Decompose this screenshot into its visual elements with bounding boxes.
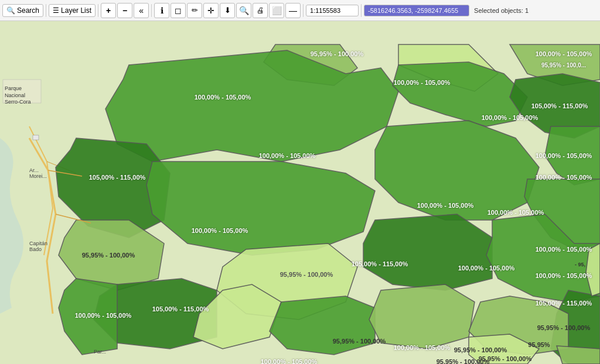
coordinates-value: -5816246.3563, -2598247.4655	[368, 7, 458, 14]
download-button[interactable]: ⬇	[220, 3, 235, 18]
separator-5	[361, 4, 362, 17]
selected-objects-info: Selected objects: 1	[474, 7, 529, 14]
layer-list-icon: ☰	[53, 6, 59, 15]
scale-value: 1:1155583	[310, 7, 340, 14]
zoom-button[interactable]: 🔍	[236, 3, 251, 18]
separator-4	[303, 4, 304, 17]
layer-list-label: Layer List	[61, 6, 91, 15]
map-svg	[0, 21, 600, 364]
add-button[interactable]: +	[101, 3, 116, 18]
scale-display: 1:1155583	[306, 5, 359, 16]
print-button[interactable]: 🖨	[253, 3, 268, 18]
toolbar: 🔍 Search ☰ Layer List + − « ℹ ◻ ✏ ✛ ⬇ 🔍 …	[0, 0, 600, 21]
separator-3	[151, 4, 152, 17]
park-label: ParqueNacionalSerro-Cora	[5, 85, 31, 106]
back-button[interactable]: «	[134, 3, 149, 18]
draw-button[interactable]: ✏	[187, 3, 202, 18]
region-bottom-center[interactable]	[270, 296, 375, 355]
map-container[interactable]: ParqueNacionalSerro-Cora Ar...Morei... C…	[0, 21, 600, 364]
separator-2	[98, 4, 98, 17]
crosshair-button[interactable]: ✛	[203, 3, 219, 18]
region-center-lower-dark[interactable]	[363, 214, 492, 290]
measure-button[interactable]: —	[285, 3, 301, 18]
separator-1	[46, 4, 46, 17]
layer-list-button[interactable]: ☰ Layer List	[49, 4, 96, 17]
region-bottom-right-light[interactable]	[369, 284, 475, 349]
select-button[interactable]: ◻	[171, 3, 186, 18]
info-button[interactable]: ℹ	[154, 3, 169, 18]
coordinates-display: -5816246.3563, -2598247.4655	[364, 5, 469, 16]
search-icon: 🔍	[6, 6, 15, 15]
extent-button[interactable]: ⬜	[269, 3, 284, 18]
region-corner-strip[interactable]	[557, 346, 600, 364]
search-button[interactable]: 🔍 Search	[2, 4, 43, 17]
remove-button[interactable]: −	[117, 3, 132, 18]
search-label: Search	[17, 6, 39, 15]
town-marker-1	[33, 135, 39, 140]
